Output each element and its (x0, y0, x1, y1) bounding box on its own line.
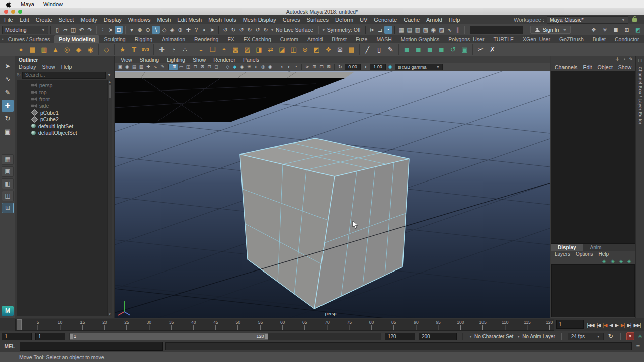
attribute-editor-toggle-icon[interactable]: ⊞ (623, 26, 631, 34)
snap-center-icon[interactable]: ⊙ (144, 26, 152, 34)
snap-grid-icon[interactable]: ◇ (160, 26, 168, 34)
mirror-icon[interactable]: ◫ (288, 44, 299, 55)
main-menu-item[interactable]: Display (104, 17, 122, 23)
viewport-menu-item[interactable]: Lighting (167, 57, 185, 63)
gate-mask-icon[interactable]: ⊟ (192, 64, 199, 70)
channel-box-menu-item[interactable]: Show (618, 64, 631, 70)
paste-view-icon[interactable]: ⊟ (318, 64, 325, 70)
smooth-shade-icon[interactable]: ◆ (231, 64, 238, 70)
main-menu-item[interactable]: Curves (283, 17, 300, 23)
paint-effects-icon[interactable]: ∿ (446, 26, 454, 34)
workspace-select[interactable]: Maya Classic* ▼ (547, 16, 628, 24)
boolean-icon[interactable]: ◓ (218, 44, 230, 55)
shelf-tab-fx[interactable]: FX (223, 35, 238, 43)
chevron-down-icon[interactable]: ▾ (323, 28, 325, 32)
pause-viewport-icon[interactable]: ∥ (454, 26, 462, 34)
viewport-menu-item[interactable]: Renderer (213, 57, 235, 63)
playback-range-bar[interactable]: 1 120 (70, 333, 268, 340)
merge-collapse-icon[interactable]: ◼ (424, 44, 436, 55)
main-menu-item[interactable]: Help (449, 17, 460, 23)
menu-set-select[interactable]: Modeling ▼ (2, 26, 48, 34)
scrollbar-thumb[interactable] (109, 85, 111, 98)
use-all-lights-icon[interactable]: ✳ (246, 64, 253, 70)
shelf-tab-fx-caching[interactable]: FX Caching (239, 35, 276, 43)
exposure-toggle-icon[interactable]: ◔ (292, 64, 299, 70)
layout-custom[interactable]: ⊞ (2, 203, 14, 213)
step-back-frame-button[interactable]: |◀ (595, 322, 602, 328)
main-menu-item[interactable]: Arnold (426, 17, 442, 23)
playback-end-field[interactable]: 120 (385, 333, 415, 340)
spin-edge-icon[interactable]: ↺ (447, 44, 459, 55)
sidebar-dock-icon[interactable]: ◫ (638, 58, 642, 63)
move-tool[interactable]: ✚ (2, 100, 14, 112)
xray-icon[interactable]: ◖ (276, 64, 285, 70)
poly-torus-icon[interactable]: ◎ (61, 44, 73, 55)
main-menu-item[interactable]: Modify (80, 17, 97, 23)
duplicate-face-icon[interactable]: ❖ (323, 44, 334, 55)
live-surface-status[interactable]: No Live Surface (276, 27, 313, 33)
outliner-item-defaultobjectset[interactable]: defaultObjectSet (17, 130, 112, 137)
super-shape-icon[interactable]: ★ (114, 44, 128, 55)
contrast-icon[interactable]: ◑ (362, 64, 369, 70)
main-menu-item[interactable]: UV (360, 17, 367, 23)
scale-tool[interactable]: ▣ (2, 126, 14, 138)
open-script-editor-icon[interactable]: ⊳ (368, 26, 376, 34)
sign-in-button[interactable]: Sign In ▾ (530, 26, 571, 34)
outliner-item-pcube2[interactable]: pCube2 (17, 116, 112, 123)
wedge-icon[interactable]: ⊛ (299, 44, 311, 55)
character-controls-icon[interactable]: ✳ (601, 26, 609, 34)
shelf-tab-custom[interactable]: Custom (276, 35, 303, 43)
poly-plane-icon[interactable]: ◆ (73, 44, 85, 55)
viewport-menu-item[interactable]: Panels (243, 57, 259, 63)
main-menu-item[interactable]: Cache (404, 17, 420, 23)
layer-standard-icon[interactable]: ◈ (602, 258, 606, 264)
filter-icon[interactable]: ↻ (17, 72, 21, 78)
exposure-icon[interactable]: ↻ (334, 64, 344, 70)
history-on-icon[interactable]: ↺ (237, 26, 246, 34)
shelf-tab-rigging[interactable]: Rigging (130, 35, 157, 43)
text-tool-icon[interactable]: T (128, 44, 140, 55)
copy-view-icon[interactable]: ⊞ (311, 64, 318, 70)
render-view-icon[interactable]: ▦ (397, 26, 406, 34)
field-entry-input[interactable] (470, 26, 523, 34)
bookmarks-icon[interactable]: ▤ (131, 64, 138, 70)
play-forwards-button[interactable]: ▶ (614, 322, 619, 328)
outliner-menu-item[interactable]: Show (42, 64, 55, 70)
current-frame-field[interactable] (556, 320, 584, 329)
layout-persp-outliner[interactable]: ◧ (2, 178, 14, 189)
animation-end-field[interactable]: 200 (419, 333, 457, 340)
select-hierarchy-icon[interactable]: ∶ (99, 26, 107, 34)
grease-pencil-icon[interactable]: ✎ (159, 64, 166, 70)
snap-flyout-icon[interactable]: ▾ (128, 26, 136, 34)
shelf-tab-mash[interactable]: MASH (372, 35, 396, 43)
cache-toggle-icon[interactable]: ↻ (262, 26, 270, 34)
construction-plane-icon[interactable]: ✚ (153, 44, 168, 55)
xray-joints-icon[interactable]: ◗ (285, 64, 292, 70)
panel-toggle-icon[interactable]: ⊐ (376, 26, 384, 34)
chevron-down-icon[interactable]: ▼ (107, 73, 111, 77)
shelf-tab-bifrost[interactable]: Bifrost (327, 35, 351, 43)
snap-view-plane-icon[interactable]: ✚ (184, 26, 192, 34)
shelf-tab-poly-modeling[interactable]: Poly Modeling (54, 35, 99, 43)
minimize-window-button[interactable] (11, 10, 15, 14)
select-camera-icon[interactable]: ▣ (117, 64, 124, 70)
layer-add-selected-icon[interactable]: ◈ (619, 258, 623, 264)
bevel-icon[interactable]: ◪ (276, 44, 288, 55)
shelf-tab-animation[interactable]: Animation (157, 35, 190, 43)
play-backwards-button[interactable]: ◀ (608, 322, 614, 328)
viewport-menu-item[interactable]: Shading (140, 57, 159, 63)
outliner-item-top[interactable]: top (17, 89, 112, 96)
layer-list-area[interactable] (551, 264, 635, 317)
outliner-item-front[interactable]: front (17, 96, 112, 103)
quad-draw-icon[interactable]: ▤ (346, 44, 357, 55)
platonic-solid-icon[interactable]: ◇ (98, 44, 112, 55)
shelf-tab-polygons-user[interactable]: Polygons_User (444, 35, 489, 43)
lock-selection-icon[interactable]: ▪ (200, 26, 208, 34)
main-menu-item[interactable]: Mesh (157, 17, 171, 23)
shelf-tab-motion-graphics[interactable]: Motion Graphics (396, 35, 444, 43)
resolution-gate-icon[interactable]: ◫ (185, 64, 192, 70)
zoom-window-button[interactable] (18, 10, 22, 14)
go-to-start-button[interactable]: |◀◀ (586, 322, 595, 328)
auto-keyframe-button[interactable]: ● (626, 332, 634, 340)
layer-add-empty-icon[interactable]: ◈ (627, 258, 631, 264)
